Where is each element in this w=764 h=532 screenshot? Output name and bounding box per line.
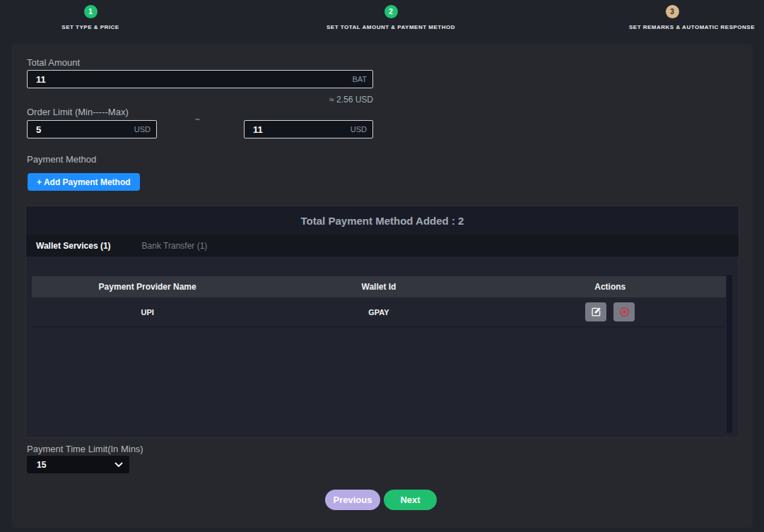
order-limit-separator: ~	[195, 114, 200, 124]
total-amount-input[interactable]	[28, 74, 352, 85]
total-amount-unit: BAT	[352, 75, 372, 83]
order-limit-min-field: USD	[27, 120, 157, 138]
tab-wallet-services[interactable]: Wallet Services (1)	[36, 241, 111, 251]
previous-button[interactable]: Previous	[325, 490, 380, 510]
delete-icon	[619, 307, 630, 317]
order-limit-max-input[interactable]	[245, 124, 351, 135]
wizard-screen: 1 SET TYPE & PRICE 2 SET TOTAL AMOUNT & …	[0, 0, 764, 532]
payment-methods-panel: Total Payment Method Added : 2 Wallet Se…	[25, 206, 739, 438]
payment-time-limit-label: Payment Time Limit(In Mins)	[27, 444, 143, 454]
step-1-label: SET TYPE & PRICE	[61, 24, 119, 30]
total-amount-label: Total Amount	[27, 57, 80, 68]
tab-bank-transfer[interactable]: Bank Transfer (1)	[142, 241, 208, 251]
step-2-number: 2	[389, 8, 393, 16]
next-button[interactable]: Next	[384, 490, 437, 510]
panel-tabs: Wallet Services (1) Bank Transfer (1)	[26, 235, 739, 256]
payment-time-limit-value: 15	[27, 460, 114, 470]
add-payment-method-button[interactable]: + Add Payment Method	[28, 173, 140, 191]
step-1-circle: 1	[84, 5, 98, 18]
cell-provider-name: UPI	[32, 308, 263, 317]
chevron-down-icon	[114, 462, 123, 468]
order-limit-label: Order Limit (Min-----Max)	[27, 107, 129, 117]
payment-method-label: Payment Method	[27, 154, 96, 165]
step-3-number: 3	[670, 8, 674, 16]
step-3-label: SET REMARKS & AUTOMATIC RESPONSE	[629, 24, 755, 30]
step-remarks-response[interactable]: 3 SET REMARKS & AUTOMATIC RESPONSE	[621, 5, 763, 30]
column-wallet-id: Wallet Id	[263, 282, 494, 292]
step-type-price[interactable]: 1 SET TYPE & PRICE	[0, 5, 181, 30]
step-2-circle: 2	[384, 5, 398, 18]
table-header: Payment Provider Name Wallet Id Actions	[32, 276, 726, 297]
order-limit-max-field: USD	[244, 120, 373, 138]
payment-time-limit-select[interactable]: 15	[27, 456, 129, 473]
step-2-label: SET TOTAL AMOUNT & PAYMENT METHOD	[327, 24, 455, 30]
column-actions: Actions	[495, 282, 726, 292]
approx-usd-value: ≈ 2.56 USD	[27, 95, 373, 105]
edit-button[interactable]	[585, 302, 606, 321]
order-limit-max-unit: USD	[351, 125, 372, 134]
step-3-circle: 3	[666, 5, 679, 18]
panel-scrollbar[interactable]	[727, 275, 732, 433]
edit-icon	[591, 307, 601, 317]
order-limit-min-input[interactable]	[28, 124, 134, 135]
step-1-number: 1	[88, 8, 93, 16]
delete-button[interactable]	[613, 302, 635, 321]
cell-actions	[495, 302, 726, 321]
step-amount-payment[interactable]: 2 SET TOTAL AMOUNT & PAYMENT METHOD	[285, 5, 497, 30]
table-row: UPI GPAY	[32, 297, 726, 327]
order-limit-min-unit: USD	[134, 125, 156, 134]
stepper: 1 SET TYPE & PRICE 2 SET TOTAL AMOUNT & …	[0, 0, 764, 40]
form-card: Total Amount BAT ≈ 2.56 USD Order Limit …	[11, 44, 753, 528]
total-amount-field: BAT	[27, 70, 373, 88]
column-provider-name: Payment Provider Name	[32, 282, 263, 292]
panel-title: Total Payment Method Added : 2	[26, 206, 739, 235]
cell-wallet-id: GPAY	[263, 308, 494, 317]
